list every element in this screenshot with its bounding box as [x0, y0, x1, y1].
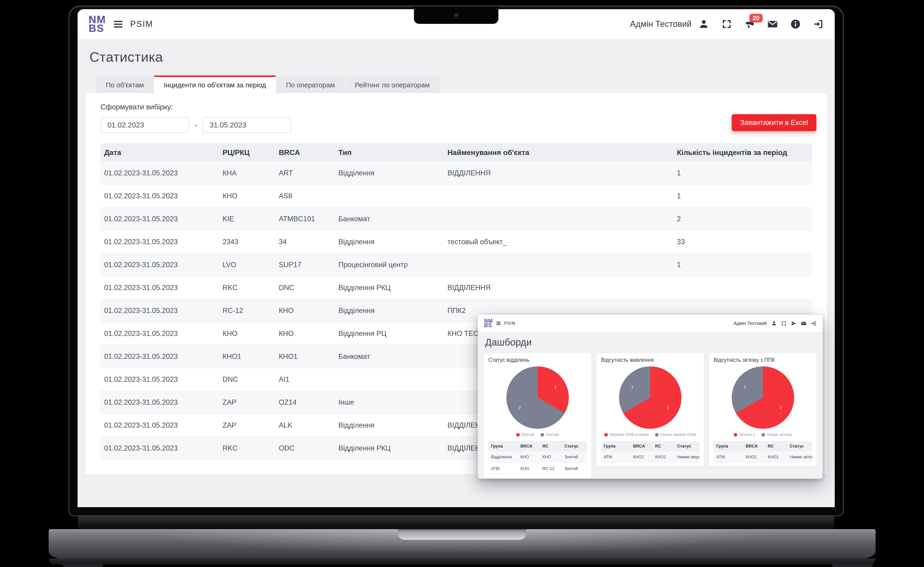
info-icon[interactable] [790, 19, 801, 29]
cell-type: Відділення [335, 238, 444, 246]
tab-0[interactable]: По об'єктам [96, 75, 153, 93]
mini-cell: КНО1 [652, 454, 674, 459]
pie-chart: 12 [506, 366, 569, 429]
page-title: Статистика [89, 49, 827, 65]
user-icon[interactable] [771, 321, 777, 326]
column-header: BRCA [275, 148, 335, 157]
cell-brca: SUP17 [275, 261, 335, 269]
dashboard-card-2: Відсутність зв'язку з ППК21Зв'язок єНема… [709, 353, 817, 466]
tab-2[interactable]: По операторам [276, 75, 345, 93]
mini-cell: КНО1 [765, 454, 787, 459]
table-row: 01.02.2023-31.05.2023RKCDNCВідділення РК… [101, 276, 812, 299]
laptop-screen: NM BS PSIM Адмін Тестовий 20 [68, 6, 844, 516]
object-name: тестовый объект_ [447, 238, 507, 246]
cell-rc: КНО1 [219, 352, 275, 361]
object-name: ВІДДІЛЕННЯ [447, 169, 491, 177]
cell-brca: AI1 [275, 375, 335, 384]
cell-date: 01.02.2023-31.05.2023 [101, 238, 219, 246]
mini-column-header: Група [713, 444, 743, 449]
logo-line-2: BS [484, 323, 493, 328]
dashboards-window-header: NM BS PSIM Адмін Тестовий [478, 315, 823, 332]
cell-type: Відділення [335, 169, 444, 177]
cell-brca: ART [275, 169, 335, 177]
cell-brca: AS8 [275, 192, 335, 200]
cell-brca: 34 [275, 238, 335, 246]
status-mini-table: ГрупаBRCARCСтатусАТМКНО1КНО1Немає мережі… [601, 441, 699, 463]
cell-type: Відділення РКЦ [335, 284, 444, 292]
logout-icon[interactable] [811, 321, 816, 326]
dashboards-header-actions: Адмін Тестовий [734, 321, 816, 326]
send-icon[interactable] [791, 321, 796, 326]
legend-dot [734, 433, 737, 436]
pie-legend: Зв'язок єНемає зв'язку [713, 432, 812, 437]
cell-date: 01.02.2023-31.05.2023 [101, 261, 219, 269]
mini-table-row: АТМКНО1КНО1Немає мережі 220В [601, 451, 699, 463]
nmbs-logo-small: NM BS [484, 319, 493, 328]
menu-hamburger-icon[interactable] [114, 21, 122, 27]
logo-line-2: BS [89, 24, 106, 33]
cell-date: 01.02.2023-31.05.2023 [101, 375, 219, 384]
pie-slice-label: 1 [744, 385, 746, 390]
pie-legend: Мережа 220В в норміНемає мережі 220В [601, 432, 699, 437]
cell-rc: ZAP [219, 421, 275, 429]
mini-table-row: ВідділенняКНОКНОЗнятий [488, 451, 587, 463]
legend-dot [604, 433, 608, 436]
column-header: РЦ/РКЦ [219, 148, 275, 157]
notification-badge: 20 [749, 14, 763, 22]
cell-count: 33 [673, 238, 812, 246]
mini-column-header: RC [652, 444, 674, 449]
cell-brca: КНО [275, 306, 335, 315]
download-excel-button[interactable]: Завантажити в Excel [732, 114, 816, 131]
legend-item: Знятий [540, 432, 559, 437]
cell-type: Відділення [335, 306, 444, 315]
legend-dot [516, 433, 520, 436]
column-header: Кількість інцидентів за період [673, 148, 812, 157]
mini-column-header: RC [540, 444, 562, 449]
user-name[interactable]: Адмін Тестовий [734, 321, 767, 326]
cell-rc: RKC [219, 444, 275, 452]
mini-cell: КНО1 [630, 454, 652, 459]
tab-3[interactable]: Рейтинг по операторам [345, 75, 439, 93]
mini-column-header: RC [765, 444, 787, 449]
user-name[interactable]: Адмін Тестовий [630, 19, 692, 29]
cell-count: 1 [673, 192, 812, 200]
dashboard-card-1: Відсутність живлення21Мережа 220В в норм… [596, 353, 704, 466]
cell-rc: КНО [219, 192, 275, 200]
cell-rc: LVO [219, 261, 275, 269]
cell-brca: КНО1 [275, 352, 335, 361]
main-area: Статистика По об'єктамІнциденти по об'єк… [78, 39, 835, 507]
laptop-foot-right [832, 564, 873, 567]
pie-slice-label: 2 [667, 406, 669, 410]
cell-date: 01.02.2023-31.05.2023 [101, 421, 219, 429]
mail-icon[interactable] [767, 19, 778, 29]
dashboard-card-0: Статус відділень12ВзятийЗнятийГрупаBRCAR… [484, 353, 591, 478]
mini-column-header: Статус [674, 444, 699, 449]
legend-label: Зв'язок є [739, 432, 755, 437]
mail-icon[interactable] [801, 321, 806, 326]
mini-cell: АТМ [601, 454, 630, 459]
fullscreen-icon[interactable] [781, 321, 787, 326]
user-icon[interactable] [698, 19, 709, 29]
date-from-input[interactable] [101, 117, 189, 133]
logout-icon[interactable] [813, 19, 824, 29]
brand: NM BS PSIM [89, 15, 153, 33]
cell-name: ВІДДІЛЕННЯ [444, 169, 673, 177]
notifications-icon[interactable]: 20 [744, 19, 755, 29]
cell-brca: OZ14 [275, 398, 335, 406]
mini-table-header: ГрупаBRCARCСтатус [713, 441, 812, 451]
table-row: 01.02.2023-31.05.2023КНАARTВідділенняВІД… [101, 162, 812, 184]
cell-rc: ZAP [219, 398, 275, 406]
tab-1[interactable]: Інциденти по об'єктам за період [154, 75, 276, 93]
cell-date: 01.02.2023-31.05.2023 [101, 352, 219, 361]
mini-column-header: BRCA [743, 444, 765, 449]
mini-cell: КНО1 [743, 454, 765, 459]
menu-hamburger-icon[interactable] [497, 322, 500, 325]
object-name: ВІДДІЛЕННЯ [447, 284, 491, 292]
fullscreen-icon[interactable] [721, 19, 732, 29]
date-to-input[interactable] [203, 117, 291, 133]
cell-date: 01.02.2023-31.05.2023 [101, 215, 219, 223]
legend-label: Немає мережі 220В [661, 432, 696, 437]
dashboards-title: Дашборди [485, 337, 817, 348]
cell-rc: KIE [219, 215, 275, 223]
incidents-table-header: ДатаРЦ/РКЦBRCAТипНайменування об'єктаКіл… [101, 143, 812, 162]
